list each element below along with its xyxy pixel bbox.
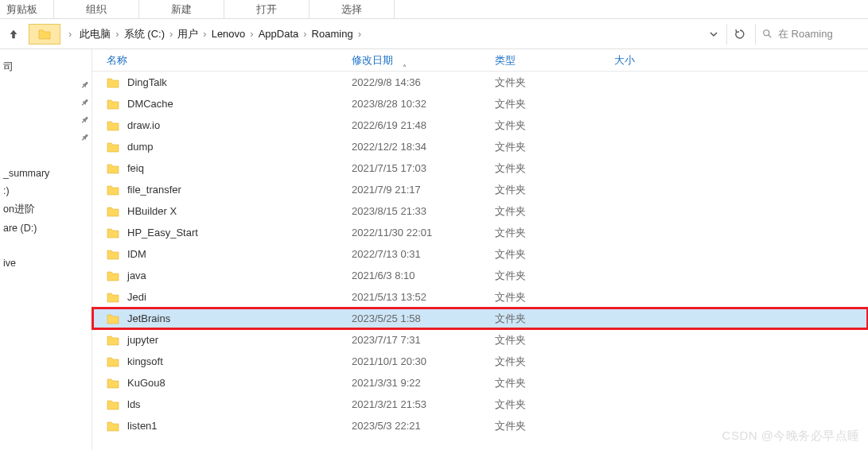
search-input[interactable]: 在 Roaming bbox=[755, 24, 865, 45]
file-row[interactable]: Jedi2021/5/13 13:52文件夹 bbox=[92, 286, 868, 308]
file-list: DingTalk2022/9/8 14:36文件夹DMCache2023/8/2… bbox=[92, 72, 868, 436]
cell-date: 2021/7/9 21:17 bbox=[352, 184, 495, 196]
file-row[interactable]: lds2021/3/21 21:53文件夹 bbox=[92, 394, 868, 415]
file-name: dump bbox=[127, 141, 154, 153]
sidebar-item[interactable] bbox=[0, 112, 91, 130]
folder-icon bbox=[107, 120, 119, 131]
pin-icon bbox=[77, 96, 91, 111]
cell-date: 2023/8/28 10:32 bbox=[352, 98, 495, 110]
sidebar-item[interactable]: :) bbox=[0, 182, 91, 200]
file-name: DMCache bbox=[127, 98, 173, 110]
cell-name: IDM bbox=[92, 248, 352, 260]
sidebar-item[interactable]: 司 bbox=[0, 57, 91, 77]
search-icon bbox=[762, 29, 773, 40]
cell-type: 文件夹 bbox=[495, 140, 614, 154]
sidebar-item[interactable]: _summary bbox=[0, 165, 91, 182]
ribbon-tab-new[interactable]: 新建 bbox=[139, 0, 224, 18]
file-name: IDM bbox=[127, 248, 146, 260]
folder-icon bbox=[107, 227, 119, 239]
refresh-button[interactable] bbox=[726, 24, 752, 45]
cell-name: jupyter bbox=[92, 334, 352, 346]
column-header-date[interactable]: 修改日期 bbox=[352, 53, 495, 68]
sidebar-item[interactable] bbox=[0, 130, 91, 147]
folder-icon bbox=[107, 99, 119, 110]
cell-date: 2021/10/1 20:30 bbox=[352, 355, 495, 367]
cell-type: 文件夹 bbox=[495, 333, 614, 347]
sidebar: 司 _summary:)on进阶are (D:) ive bbox=[0, 49, 92, 450]
breadcrumb-separator: › bbox=[300, 28, 309, 40]
file-row[interactable]: KuGou82021/3/31 9:22文件夹 bbox=[92, 372, 868, 394]
file-row[interactable]: kingsoft2021/10/1 20:30文件夹 bbox=[92, 351, 868, 372]
folder-icon bbox=[107, 399, 119, 410]
sidebar-item[interactable] bbox=[0, 237, 91, 254]
breadcrumb-segment[interactable]: 系统 (C:) bbox=[123, 27, 166, 41]
file-row[interactable]: dump2022/12/2 18:34文件夹 bbox=[92, 136, 868, 157]
folder-icon bbox=[107, 292, 119, 303]
ribbon-tab-clipboard[interactable]: 剪贴板 bbox=[0, 0, 54, 18]
breadcrumb[interactable]: 此电脑›系统 (C:)›用户›Lenovo›AppData›Roaming› bbox=[75, 24, 704, 45]
file-name: HP_Easy_Start bbox=[127, 227, 198, 239]
column-header-type[interactable]: 类型 bbox=[495, 53, 614, 68]
breadcrumb-separator: › bbox=[166, 28, 176, 40]
column-header-size[interactable]: 大小 bbox=[614, 53, 868, 68]
cell-type: 文件夹 bbox=[495, 398, 614, 412]
cell-name: DMCache bbox=[92, 98, 352, 110]
file-row[interactable]: DingTalk2022/9/8 14:36文件夹 bbox=[92, 72, 868, 93]
file-row[interactable]: jupyter2023/7/17 7:31文件夹 bbox=[92, 329, 868, 351]
sidebar-item-label bbox=[2, 98, 4, 109]
breadcrumb-segment[interactable]: 此电脑 bbox=[78, 27, 112, 41]
file-row[interactable]: draw.io2022/6/19 21:48文件夹 bbox=[92, 114, 868, 136]
ribbon-tab-organize[interactable]: 组织 bbox=[54, 0, 139, 18]
folder-icon bbox=[107, 335, 119, 346]
folder-icon bbox=[107, 270, 119, 281]
sidebar-item-label bbox=[3, 150, 6, 161]
sidebar-item[interactable] bbox=[0, 95, 91, 112]
pin-icon bbox=[77, 79, 91, 93]
file-row[interactable]: IDM2022/7/13 0:31文件夹 bbox=[92, 243, 868, 265]
cell-name: draw.io bbox=[92, 119, 352, 131]
ribbon-tab-open[interactable]: 打开 bbox=[224, 0, 309, 18]
file-row[interactable]: file_transfer2021/7/9 21:17文件夹 bbox=[92, 179, 868, 200]
watermark-text: CSDN @今晚务必早点睡 bbox=[722, 429, 860, 444]
file-row[interactable]: JetBrains2023/5/25 1:58文件夹 bbox=[92, 308, 868, 329]
file-name: listen1 bbox=[127, 420, 158, 432]
file-name: KuGou8 bbox=[127, 377, 165, 389]
address-dropdown[interactable] bbox=[704, 30, 723, 38]
folder-icon bbox=[107, 378, 119, 389]
file-row[interactable]: java2021/6/3 8:10文件夹 bbox=[92, 265, 868, 286]
file-row[interactable]: HBuilder X2023/8/15 21:33文件夹 bbox=[92, 200, 868, 222]
file-row[interactable]: feiq2021/7/15 17:03文件夹 bbox=[92, 157, 868, 179]
file-row[interactable]: DMCache2023/8/28 10:32文件夹 bbox=[92, 93, 868, 114]
column-header-name[interactable]: 名称 bbox=[92, 53, 352, 68]
sidebar-item-label: :) bbox=[3, 185, 10, 196]
sidebar-item[interactable] bbox=[0, 77, 91, 95]
breadcrumb-segment[interactable]: 用户 bbox=[176, 27, 200, 41]
sidebar-item[interactable]: ive bbox=[0, 254, 91, 272]
file-row[interactable]: HP_Easy_Start2022/11/30 22:01文件夹 bbox=[92, 222, 868, 243]
nav-up-button[interactable] bbox=[5, 25, 22, 43]
file-name: JetBrains bbox=[127, 312, 170, 324]
address-folder-icon[interactable] bbox=[29, 24, 60, 45]
breadcrumb-segment[interactable]: Lenovo bbox=[210, 28, 247, 40]
file-name: file_transfer bbox=[127, 184, 181, 196]
cell-date: 2022/9/8 14:36 bbox=[352, 76, 495, 88]
cell-name: JetBrains bbox=[92, 312, 352, 324]
cell-type: 文件夹 bbox=[495, 269, 614, 283]
cell-name: lds bbox=[92, 398, 352, 410]
breadcrumb-segment[interactable]: Roaming bbox=[310, 28, 355, 40]
cell-date: 2021/3/21 21:53 bbox=[352, 398, 495, 410]
sidebar-item[interactable]: are (D:) bbox=[0, 219, 91, 237]
cell-date: 2021/7/15 17:03 bbox=[352, 162, 495, 174]
cell-name: dump bbox=[92, 141, 352, 153]
cell-name: HBuilder X bbox=[92, 205, 352, 217]
sidebar-item[interactable] bbox=[0, 147, 91, 165]
breadcrumb-segment[interactable]: AppData bbox=[257, 28, 301, 40]
sort-indicator: ˄ bbox=[403, 64, 407, 72]
cell-date: 2023/5/25 1:58 bbox=[352, 312, 495, 324]
chevron-down-icon bbox=[710, 30, 718, 38]
sidebar-item[interactable]: on进阶 bbox=[0, 200, 91, 219]
breadcrumb-separator: › bbox=[112, 28, 122, 40]
ribbon-tab-select[interactable]: 选择 bbox=[309, 0, 395, 18]
cell-date: 2023/5/3 22:21 bbox=[352, 420, 495, 432]
sidebar-item-label bbox=[2, 115, 4, 126]
